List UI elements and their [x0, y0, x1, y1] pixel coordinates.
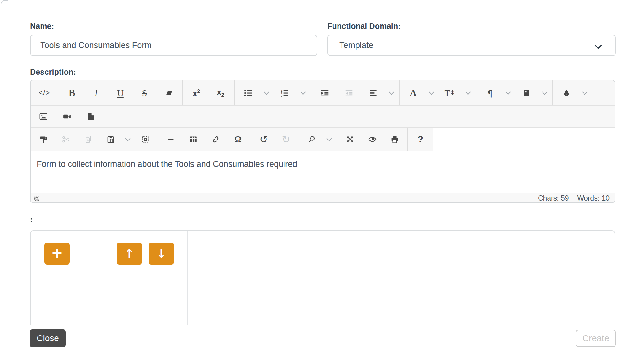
- print-icon: [390, 135, 399, 144]
- select-all-icon: [141, 135, 150, 144]
- source-code-icon: </>: [39, 89, 50, 96]
- subscript-button[interactable]: x2: [210, 84, 231, 102]
- close-button[interactable]: Close: [30, 329, 66, 347]
- toolbar-group: [311, 80, 400, 105]
- description-rich-text-editor: </>BIUSx2x2123AT↕¶ Ω↺↻? Form to collect …: [30, 80, 615, 203]
- name-label: Name:: [30, 22, 54, 31]
- description-content-area[interactable]: Form to collect information about the To…: [31, 151, 615, 193]
- strikethrough-icon: S: [142, 88, 147, 98]
- toolbar-group: [31, 128, 158, 151]
- select-all-button[interactable]: [136, 130, 155, 149]
- outdent-button: [338, 84, 360, 102]
- chevron-down-icon[interactable]: [540, 80, 549, 105]
- copy-format-button[interactable]: [34, 130, 53, 149]
- chevron-down-icon[interactable]: [387, 80, 396, 105]
- horizontal-rule-button[interactable]: [161, 130, 181, 149]
- highlight-color-icon: [562, 88, 571, 98]
- editor-statusbar: Chars: 59 Words: 10: [31, 193, 615, 203]
- editor-toolbar-row-1: </>BIUSx2x2123AT↕¶: [31, 80, 615, 106]
- toolbar-group: [31, 106, 103, 127]
- chevron-down-icon[interactable]: [324, 128, 334, 151]
- create-button[interactable]: Create: [576, 330, 616, 347]
- preview-button[interactable]: [363, 130, 382, 149]
- chevron-down-icon[interactable]: [503, 80, 513, 105]
- items-label: :: [30, 215, 33, 224]
- font-color-button[interactable]: A: [403, 84, 424, 102]
- strikethrough-button[interactable]: S: [134, 84, 155, 102]
- superscript-icon: x2: [193, 89, 200, 97]
- ordered-list-icon: 123: [280, 88, 289, 98]
- table-button[interactable]: [184, 130, 203, 149]
- editor-toolbar-row-2: [31, 106, 615, 128]
- special-character-button[interactable]: Ω: [228, 130, 248, 149]
- link-icon: [211, 135, 220, 144]
- chevron-down-icon[interactable]: [427, 80, 436, 105]
- fullscreen-button[interactable]: [340, 130, 360, 149]
- paragraph-icon: ¶: [487, 88, 492, 98]
- toolbar-group: x2x2: [183, 80, 235, 105]
- video-button[interactable]: [57, 107, 77, 126]
- add-item-button[interactable]: +: [44, 243, 70, 265]
- italic-button[interactable]: I: [86, 84, 107, 102]
- chevron-down-icon: [594, 42, 602, 49]
- special-character-icon: Ω: [234, 135, 242, 144]
- subscript-icon: x2: [217, 88, 224, 98]
- cut-button: [56, 130, 75, 149]
- font-size-button[interactable]: T↕: [439, 84, 460, 102]
- toolbar-group: [299, 128, 337, 151]
- chevron-down-icon[interactable]: [262, 80, 271, 105]
- description-label: Description:: [30, 68, 76, 77]
- toolbar-group: ¶: [476, 80, 553, 105]
- paste-icon: [106, 135, 115, 144]
- indent-button[interactable]: [314, 84, 335, 102]
- chevron-down-icon[interactable]: [463, 80, 473, 105]
- chevron-down-icon[interactable]: [580, 80, 589, 105]
- move-down-button[interactable]: ↓: [149, 243, 174, 265]
- class-style-button[interactable]: [516, 84, 537, 102]
- eraser-icon: [164, 88, 173, 98]
- plus-icon: +: [51, 244, 63, 261]
- highlight-color-button[interactable]: [556, 84, 577, 102]
- eraser-button[interactable]: [158, 84, 179, 102]
- print-button[interactable]: [385, 130, 404, 149]
- unordered-list-button[interactable]: [238, 84, 259, 102]
- font-size-icon: T↕: [445, 88, 455, 98]
- video-icon: [62, 112, 72, 121]
- arrow-down-icon: ↓: [156, 247, 166, 260]
- resize-handle-icon[interactable]: [34, 195, 40, 202]
- underline-button[interactable]: U: [110, 84, 131, 102]
- image-icon: [39, 112, 48, 121]
- find-button[interactable]: [302, 130, 321, 149]
- chevron-down-icon[interactable]: [298, 80, 308, 105]
- bold-icon: B: [69, 88, 75, 98]
- superscript-button[interactable]: x2: [186, 84, 207, 102]
- toolbar-group: [337, 128, 408, 151]
- align-button[interactable]: [363, 84, 384, 102]
- help-button[interactable]: ?: [411, 130, 430, 149]
- redo-icon: ↻: [282, 134, 290, 145]
- form-items-panel: + ↑ ↓: [30, 230, 615, 325]
- image-button[interactable]: [34, 107, 53, 126]
- functional-domain-select[interactable]: Template: [327, 35, 616, 56]
- description-text: Form to collect information about the To…: [37, 159, 297, 169]
- undo-button[interactable]: ↺: [254, 130, 273, 149]
- undo-icon: ↺: [259, 134, 268, 145]
- fullscreen-icon: [346, 135, 355, 144]
- ordered-list-button[interactable]: 123: [274, 84, 295, 102]
- paragraph-button[interactable]: ¶: [479, 84, 500, 102]
- name-input[interactable]: [30, 35, 317, 56]
- bold-button[interactable]: B: [61, 84, 83, 102]
- text-caret: [298, 159, 298, 169]
- editor-toolbar-row-3: Ω↺↻?: [31, 128, 615, 151]
- source-code-button[interactable]: </>: [34, 84, 55, 102]
- dialog-corner-border: [1, 0, 8, 5]
- unordered-list-icon: [244, 88, 253, 98]
- class-style-icon: [522, 88, 531, 98]
- chevron-down-icon[interactable]: [123, 128, 132, 151]
- link-button[interactable]: [206, 130, 225, 149]
- move-up-button[interactable]: ↑: [117, 243, 142, 265]
- svg-text:3: 3: [281, 94, 282, 97]
- panel-divider: [187, 231, 188, 325]
- paste-button[interactable]: [101, 130, 120, 149]
- file-button[interactable]: [81, 107, 100, 126]
